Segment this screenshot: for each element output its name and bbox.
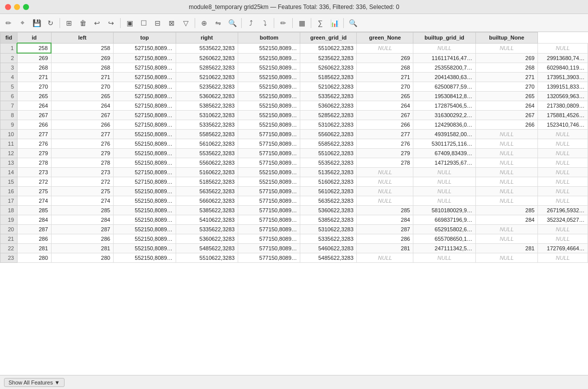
data-cell[interactable]: 277: [357, 130, 413, 139]
col-header-green-none[interactable]: green_None: [357, 33, 413, 44]
data-cell[interactable]: NULL: [538, 139, 588, 149]
data-cell[interactable]: 5310622,3283: [176, 111, 238, 120]
data-cell[interactable]: 5210622,3283: [176, 73, 238, 82]
data-cell[interactable]: NULL: [475, 168, 537, 177]
data-cell[interactable]: 277: [17, 130, 51, 139]
data-cell[interactable]: 5310622,3283: [300, 225, 357, 234]
zoom-selected-icon[interactable]: ⊕: [198, 17, 211, 30]
data-cell[interactable]: 287: [17, 225, 51, 234]
data-cell[interactable]: 527150,8089…: [114, 73, 176, 82]
data-cell[interactable]: NULL: [413, 253, 475, 263]
save-icon[interactable]: 💾: [30, 17, 43, 30]
data-cell[interactable]: 316300292,2…: [413, 111, 475, 120]
pencil-icon[interactable]: ✏: [2, 17, 15, 30]
data-cell[interactable]: NULL: [475, 187, 537, 196]
data-cell[interactable]: 552150,8089…: [238, 73, 300, 82]
data-cell[interactable]: 278: [51, 158, 113, 168]
data-cell[interactable]: 552150,8089…: [238, 43, 300, 53]
data-cell[interactable]: 552150,8089…: [238, 92, 300, 101]
data-cell[interactable]: 175881,4526…: [538, 111, 588, 120]
data-cell[interactable]: 5560622,3283: [176, 158, 238, 168]
data-cell[interactable]: 269: [475, 53, 537, 63]
data-cell[interactable]: NULL: [475, 253, 537, 263]
data-cell[interactable]: 5360622,3283: [176, 234, 238, 244]
data-cell[interactable]: 172769,4664…: [538, 244, 588, 253]
data-cell[interactable]: 124290836,0…: [413, 120, 475, 130]
data-cell[interactable]: 5160622,3283: [176, 168, 238, 177]
data-cell[interactable]: 5185622,3283: [176, 177, 238, 187]
data-cell[interactable]: 172875406,5…: [413, 101, 475, 111]
data-cell[interactable]: 5260622,3283: [300, 63, 357, 73]
data-cell[interactable]: 264: [475, 101, 537, 111]
data-cell[interactable]: NULL: [538, 225, 588, 234]
data-cell[interactable]: 552150,8089…: [114, 149, 176, 158]
data-cell[interactable]: NULL: [538, 196, 588, 206]
data-cell[interactable]: 5285622,3283: [300, 111, 357, 120]
data-cell[interactable]: NULL: [475, 139, 537, 149]
data-cell[interactable]: 352324,0527…: [538, 215, 588, 225]
col-header-green-grid-id[interactable]: green_grid_id: [300, 33, 357, 44]
data-cell[interactable]: NULL: [413, 196, 475, 206]
data-cell[interactable]: 14712935,67…: [413, 158, 475, 168]
data-cell[interactable]: 269: [17, 53, 51, 63]
table-row[interactable]: 15272272527150,8089…5185622,3283552150,8…: [1, 177, 588, 187]
data-cell[interactable]: 267: [357, 111, 413, 120]
data-cell[interactable]: 275: [17, 187, 51, 196]
data-cell[interactable]: 5135622,3283: [300, 168, 357, 177]
data-cell[interactable]: 5160622,3283: [300, 177, 357, 187]
data-cell[interactable]: 284: [51, 215, 113, 225]
attribute-table[interactable]: fid id left top right bottom green_grid_…: [0, 32, 588, 375]
data-cell[interactable]: 269: [357, 53, 413, 63]
data-cell[interactable]: NULL: [538, 234, 588, 244]
data-cell[interactable]: 268: [475, 63, 537, 73]
data-cell[interactable]: NULL: [475, 177, 537, 187]
zoom-in-icon[interactable]: 🔍: [346, 17, 359, 30]
data-cell[interactable]: NULL: [357, 253, 413, 263]
data-cell[interactable]: NULL: [475, 149, 537, 158]
data-cell[interactable]: 116117416,47…: [413, 53, 475, 63]
table-row[interactable]: 2269269527150,8089…5260622,3283552150,80…: [1, 53, 588, 63]
dock-icon[interactable]: 📊: [328, 17, 341, 30]
data-cell[interactable]: 5385622,3283: [300, 215, 357, 225]
data-cell[interactable]: 577150,8089…: [238, 225, 300, 234]
data-cell[interactable]: 655708650,1…: [413, 234, 475, 244]
data-cell[interactable]: 285: [51, 206, 113, 215]
data-cell[interactable]: 527150,8089…: [114, 53, 176, 63]
data-cell[interactable]: 552150,8089…: [114, 215, 176, 225]
data-cell[interactable]: 274: [51, 196, 113, 206]
data-cell[interactable]: NULL: [475, 130, 537, 139]
data-cell[interactable]: 284: [357, 215, 413, 225]
data-cell[interactable]: 5485622,3283: [176, 244, 238, 253]
col-header-bottom[interactable]: bottom: [238, 33, 300, 44]
data-cell[interactable]: 6029840,119…: [538, 63, 588, 73]
data-cell[interactable]: 265: [51, 92, 113, 101]
data-cell[interactable]: NULL: [413, 187, 475, 196]
data-cell[interactable]: 265: [475, 92, 537, 101]
table-row[interactable]: 11276276552150,8089…5610622,3283577150,8…: [1, 139, 588, 149]
table-row[interactable]: 7264264527150,8089…5385622,3283552150,80…: [1, 101, 588, 111]
data-cell[interactable]: 5585622,3283: [176, 130, 238, 139]
table-row[interactable]: 17274274552150,8089…5660622,3283577150,8…: [1, 196, 588, 206]
data-cell[interactable]: 527150,8089…: [114, 101, 176, 111]
data-cell[interactable]: 276: [51, 139, 113, 149]
data-cell[interactable]: 270: [51, 82, 113, 92]
data-cell[interactable]: 275: [51, 187, 113, 196]
data-cell[interactable]: 280: [17, 253, 51, 263]
data-cell[interactable]: 5560622,3283: [300, 130, 357, 139]
data-cell[interactable]: 285: [17, 206, 51, 215]
data-cell[interactable]: 268: [51, 63, 113, 73]
data-cell[interactable]: NULL: [413, 168, 475, 177]
data-cell[interactable]: 278: [17, 158, 51, 168]
data-cell[interactable]: 527150,8089…: [114, 168, 176, 177]
data-cell[interactable]: 5510622,3283: [176, 253, 238, 263]
data-cell[interactable]: 577150,8089…: [238, 196, 300, 206]
data-cell[interactable]: 577150,8089…: [238, 149, 300, 158]
data-cell[interactable]: 552150,8089…: [238, 111, 300, 120]
data-cell[interactable]: 527150,8089…: [114, 111, 176, 120]
data-cell[interactable]: 5410622,3283: [176, 215, 238, 225]
data-cell[interactable]: 272: [51, 177, 113, 187]
data-cell[interactable]: NULL: [538, 158, 588, 168]
data-cell[interactable]: 264: [17, 101, 51, 111]
data-cell[interactable]: NULL: [357, 177, 413, 187]
col-header-builtup-none[interactable]: builtup_None: [475, 33, 537, 44]
